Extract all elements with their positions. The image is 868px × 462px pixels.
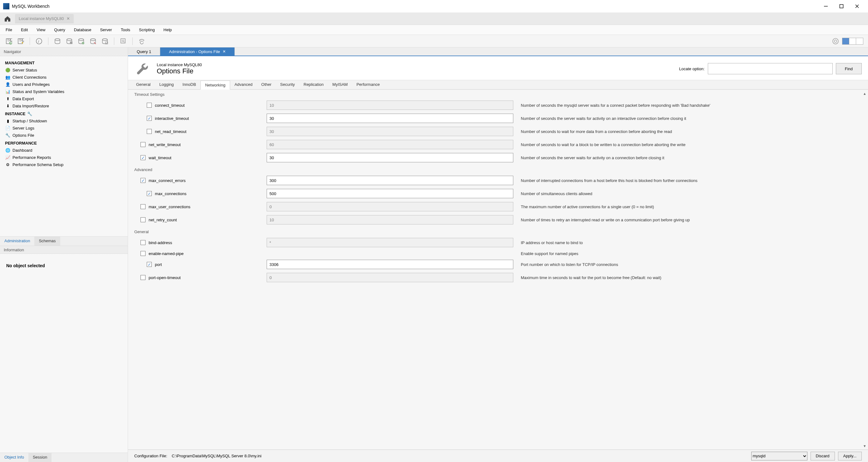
- db-icon-2[interactable]: [65, 37, 73, 45]
- nav-server-status[interactable]: 🟢Server Status: [0, 66, 128, 74]
- option-description: Number of simultaneous clients allowed: [521, 191, 862, 196]
- db-icon-1[interactable]: [53, 37, 62, 45]
- layout-left-panel[interactable]: [842, 38, 849, 44]
- settings-gear-icon[interactable]: [832, 37, 840, 45]
- menu-server[interactable]: Server: [100, 28, 112, 32]
- discard-button[interactable]: Discard: [811, 452, 835, 460]
- nav-users-privileges[interactable]: 👤Users and Privileges: [0, 81, 128, 88]
- opt-tab-myisam[interactable]: MyISAM: [328, 80, 352, 89]
- open-sql-script-icon[interactable]: SQL: [17, 37, 25, 45]
- checkbox-connect_timeout[interactable]: [147, 103, 152, 108]
- connection-tab[interactable]: Local instance MySQL80 ✕: [15, 14, 74, 23]
- option-label: interactive_timeout: [155, 116, 189, 121]
- tab-query1[interactable]: Query 1: [128, 48, 160, 56]
- svg-point-16: [82, 42, 84, 44]
- navigator-header: Navigator: [0, 48, 128, 56]
- schema-setup-icon: ⚙: [5, 162, 11, 167]
- layout-right-panel[interactable]: [856, 38, 863, 44]
- checkbox-wait_timeout[interactable]: [141, 155, 146, 160]
- nav-tab-schemas[interactable]: Schemas: [34, 237, 60, 246]
- menu-help[interactable]: Help: [164, 28, 172, 32]
- search-icon[interactable]: [119, 37, 127, 45]
- startup-icon: ▮: [5, 118, 11, 124]
- menubar: File Edit View Query Database Server Too…: [0, 25, 868, 35]
- locate-option-label: Locate option:: [679, 66, 705, 71]
- checkbox-net_read_timeout[interactable]: [147, 129, 152, 134]
- opt-tab-advanced[interactable]: Advanced: [230, 80, 257, 89]
- input-port[interactable]: [267, 260, 513, 269]
- section-select[interactable]: mysqld: [751, 452, 807, 460]
- nav-tab-administration[interactable]: Administration: [0, 237, 34, 246]
- input-wait_timeout[interactable]: [267, 153, 513, 162]
- checkbox-port-open-timeout[interactable]: [141, 275, 146, 280]
- nav-data-import[interactable]: ⬇Data Import/Restore: [0, 102, 128, 110]
- maximize-button[interactable]: [838, 3, 845, 9]
- nav-data-export[interactable]: ⬆Data Export: [0, 95, 128, 102]
- find-button[interactable]: Find: [836, 63, 862, 74]
- scroll-down-icon[interactable]: ▾: [862, 443, 867, 448]
- options-scroll-area[interactable]: ▴ Timeout Settings connect_timeoutNumber…: [128, 90, 868, 450]
- close-icon[interactable]: ✕: [66, 16, 70, 21]
- option-description: IP address or host name to bind to: [521, 240, 862, 245]
- menu-file[interactable]: File: [6, 28, 12, 32]
- app-icon: [3, 3, 9, 9]
- option-description: Number of seconds the server waits for a…: [521, 116, 862, 121]
- checkbox-max_connect_errors[interactable]: [141, 178, 146, 183]
- nav-startup-shutdown[interactable]: ▮Startup / Shutdown: [0, 117, 128, 125]
- checkbox-net_write_timeout[interactable]: [141, 142, 146, 147]
- input-max_connections[interactable]: [267, 189, 513, 198]
- nav-performance-schema[interactable]: ⚙Performance Schema Setup: [0, 161, 128, 168]
- opt-tab-performance[interactable]: Performance: [352, 80, 384, 89]
- opt-tab-logging[interactable]: Logging: [155, 80, 178, 89]
- config-file-path: C:\ProgramData\MySQL\MySQL Server 8.0\my…: [172, 454, 262, 458]
- tab-session[interactable]: Session: [28, 453, 52, 462]
- tab-object-info[interactable]: Object Info: [0, 453, 28, 462]
- nav-client-connections[interactable]: 👥Client Connections: [0, 74, 128, 81]
- checkbox-enable-named-pipe[interactable]: [141, 251, 146, 256]
- home-icon[interactable]: [3, 14, 12, 23]
- opt-tab-innodb[interactable]: InnoDB: [178, 80, 200, 89]
- input-net_retry_count: [267, 215, 513, 224]
- layout-bottom-panel[interactable]: [849, 38, 856, 44]
- menu-query[interactable]: Query: [54, 28, 65, 32]
- minimize-button[interactable]: [823, 3, 829, 9]
- input-interactive_timeout[interactable]: [267, 114, 513, 123]
- svg-point-25: [834, 40, 837, 42]
- reconnect-icon[interactable]: [138, 37, 146, 45]
- opt-tab-general[interactable]: General: [132, 80, 155, 89]
- inspector-icon[interactable]: i: [35, 37, 43, 45]
- nav-dashboard[interactable]: 🌐Dashboard: [0, 147, 128, 154]
- opt-tab-replication[interactable]: Replication: [299, 80, 328, 89]
- close-icon[interactable]: ✕: [223, 49, 226, 54]
- nav-status-variables[interactable]: 📊Status and System Variables: [0, 88, 128, 95]
- input-max_connect_errors[interactable]: [267, 176, 513, 185]
- menu-scripting[interactable]: Scripting: [139, 28, 155, 32]
- locate-option-input[interactable]: [708, 63, 833, 74]
- menu-edit[interactable]: Edit: [21, 28, 28, 32]
- scroll-up-icon[interactable]: ▴: [862, 91, 867, 96]
- opt-tab-networking[interactable]: Networking: [200, 81, 230, 90]
- checkbox-interactive_timeout[interactable]: [147, 116, 152, 121]
- menu-tools[interactable]: Tools: [121, 28, 130, 32]
- opt-tab-security[interactable]: Security: [276, 80, 299, 89]
- option-row-interactive_timeout: interactive_timeoutNumber of seconds the…: [134, 112, 862, 125]
- apply-button[interactable]: Apply...: [838, 452, 862, 460]
- db-icon-4[interactable]: [89, 37, 97, 45]
- checkbox-port[interactable]: [147, 262, 152, 267]
- checkbox-bind-address[interactable]: [141, 240, 146, 245]
- menu-view[interactable]: View: [36, 28, 45, 32]
- checkbox-max_connections[interactable]: [147, 191, 152, 196]
- nav-performance-reports[interactable]: 📈Performance Reports: [0, 154, 128, 161]
- checkbox-net_retry_count[interactable]: [141, 217, 146, 222]
- new-sql-tab-icon[interactable]: SQL+: [5, 37, 13, 45]
- db-icon-3[interactable]: [77, 37, 85, 45]
- option-description: Number of seconds the mysqld server wait…: [521, 103, 862, 108]
- close-button[interactable]: [854, 3, 860, 9]
- menu-database[interactable]: Database: [74, 28, 91, 32]
- nav-options-file[interactable]: 🔧Options File: [0, 132, 128, 139]
- nav-server-logs[interactable]: 📄Server Logs: [0, 125, 128, 132]
- db-icon-5[interactable]: [101, 37, 109, 45]
- tab-admin-options-file[interactable]: Administration - Options File ✕: [160, 48, 235, 56]
- checkbox-max_user_connections[interactable]: [141, 204, 146, 209]
- opt-tab-other[interactable]: Other: [257, 80, 276, 89]
